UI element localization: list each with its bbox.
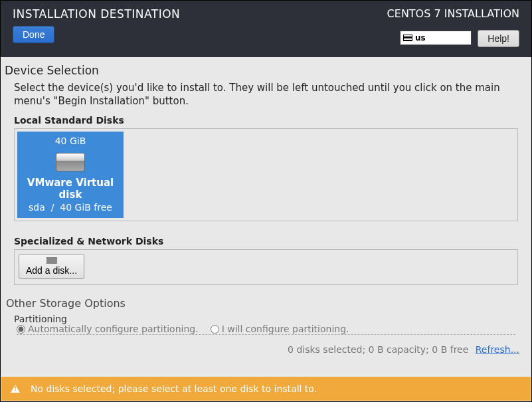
keyboard-layout-indicator[interactable]: us [400,31,472,45]
local-disks-container: 40 GiB VMware Virtual disk sda / 40 GiB … [14,128,518,221]
help-button[interactable]: Help! [478,30,519,47]
manual-partition-radio[interactable]: I will configure partitioning. [211,324,349,335]
main-content: Device Selection Select the device(s) yo… [1,57,531,355]
disk-item-sda[interactable]: 40 GiB VMware Virtual disk sda / 40 GiB … [17,132,124,218]
partitioning-label: Partitioning [14,314,518,324]
hard-disk-icon [56,153,85,171]
manual-partition-label: I will configure partitioning. [222,324,349,335]
warning-icon [11,385,20,393]
add-disk-label: Add a disk... [26,265,77,276]
done-button[interactable]: Done [13,26,54,43]
partitioning-options: Automatically configure partitioning. I … [17,324,515,335]
refresh-link[interactable]: Refresh... [476,344,519,355]
network-disks-label: Specialized & Network Disks [14,236,518,247]
warning-text: No disks selected; please select at leas… [31,383,317,394]
warning-bar: No disks selected; please select at leas… [1,377,531,401]
device-selection-title: Device Selection [5,64,527,77]
auto-partition-input[interactable] [17,325,25,334]
disk-size: 40 GiB [20,136,121,146]
disk-info: sda / 40 GiB free [20,202,121,213]
network-disks-container: Add a disk... [14,249,518,285]
keyboard-layout-text: us [415,33,426,43]
add-disk-button[interactable]: Add a disk... [19,254,84,279]
status-row: 0 disks selected; 0 B capacity; 0 B free… [5,338,527,355]
add-disk-icon [46,257,57,264]
header-bar: INSTALLATION DESTINATION CENTOS 7 INSTAL… [1,1,531,57]
status-text: 0 disks selected; 0 B capacity; 0 B free [288,344,468,355]
local-disks-label: Local Standard Disks [14,115,518,126]
keyboard-icon [403,35,412,41]
auto-partition-radio[interactable]: Automatically configure partitioning. [17,324,199,335]
manual-partition-input[interactable] [211,325,219,334]
disk-name: VMware Virtual disk [20,177,121,201]
installer-title: CENTOS 7 INSTALLATION [387,7,519,20]
auto-partition-label: Automatically configure partitioning. [28,324,199,335]
device-selection-description: Select the device(s) you'd like to insta… [14,81,518,108]
other-storage-title: Other Storage Options [6,297,527,310]
